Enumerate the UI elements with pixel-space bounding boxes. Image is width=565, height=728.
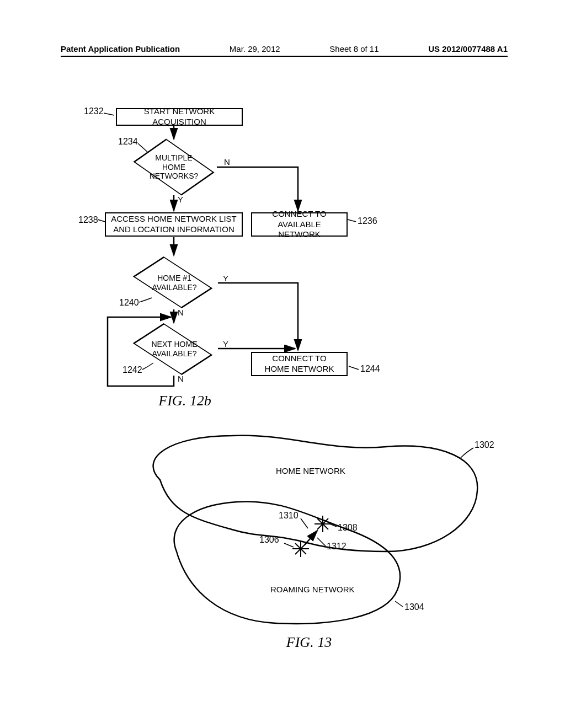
start-text: START NETWORK ACQUISITION: [120, 106, 238, 127]
ref-1234: 1234: [118, 137, 138, 147]
ref-1232: 1232: [84, 106, 104, 116]
home-network-label: HOME NETWORK: [276, 466, 345, 475]
ref-1238: 1238: [78, 215, 98, 225]
svg-line-22: [395, 601, 403, 607]
ref-1302: 1302: [475, 440, 494, 450]
access-list-box: ACCESS HOME NETWORK LIST AND LOCATION IN…: [105, 212, 243, 237]
svg-line-7: [348, 220, 356, 222]
multiple-no: N: [224, 157, 230, 167]
ref-1242: 1242: [122, 365, 142, 375]
svg-line-17: [305, 531, 317, 545]
fig13-caption: FIG. 13: [270, 634, 348, 651]
ref-1310: 1310: [279, 511, 299, 521]
roaming-network-label: ROAMING NETWORK: [270, 585, 355, 594]
ref-1308: 1308: [338, 523, 358, 533]
ref-1312: 1312: [327, 542, 347, 552]
svg-line-10: [317, 518, 328, 529]
home1-no: N: [178, 308, 184, 317]
svg-line-6: [98, 220, 105, 222]
ref-1236: 1236: [358, 216, 377, 226]
connect-home-text: CONNECT TO HOME NETWORK: [265, 354, 334, 374]
access-list-text: ACCESS HOME NETWORK LIST AND LOCATION IN…: [111, 214, 237, 235]
svg-line-14: [295, 543, 306, 554]
ref-1240: 1240: [119, 298, 139, 308]
home1-label: HOME #1 AVAILABLE?: [145, 271, 204, 295]
ref-1304: 1304: [404, 602, 424, 612]
fig12b-caption: FIG. 12b: [146, 393, 223, 409]
start-box: START NETWORK ACQUISITION: [116, 108, 243, 126]
connect-avail-text: CONNECT TO AVAILABLE NETWORK: [255, 209, 343, 240]
svg-line-20: [330, 524, 337, 527]
multiple-label: MULTIPLE HOME NETWORKS?: [143, 152, 204, 182]
svg-line-4: [104, 113, 114, 115]
nexthome-no: N: [178, 374, 184, 383]
svg-line-8: [349, 366, 359, 370]
svg-line-18: [317, 538, 326, 546]
svg-line-9: [317, 518, 328, 529]
svg-line-19: [301, 518, 308, 528]
diagram-canvas: START NETWORK ACQUISITION 1232 MULTIPLE …: [0, 0, 565, 728]
connect-home-box: CONNECT TO HOME NETWORK: [251, 352, 348, 376]
home1-yes: Y: [223, 274, 228, 283]
multiple-yes: Y: [178, 195, 183, 204]
svg-line-13: [295, 543, 306, 554]
ref-1306: 1306: [259, 535, 279, 545]
nexthome-yes: Y: [223, 339, 228, 349]
svg-line-21: [284, 543, 294, 547]
connect-avail-box: CONNECT TO AVAILABLE NETWORK: [251, 212, 348, 237]
nexthome-label: NEXT HOME AVAILABLE?: [145, 338, 204, 361]
ref-1244: 1244: [360, 364, 380, 374]
